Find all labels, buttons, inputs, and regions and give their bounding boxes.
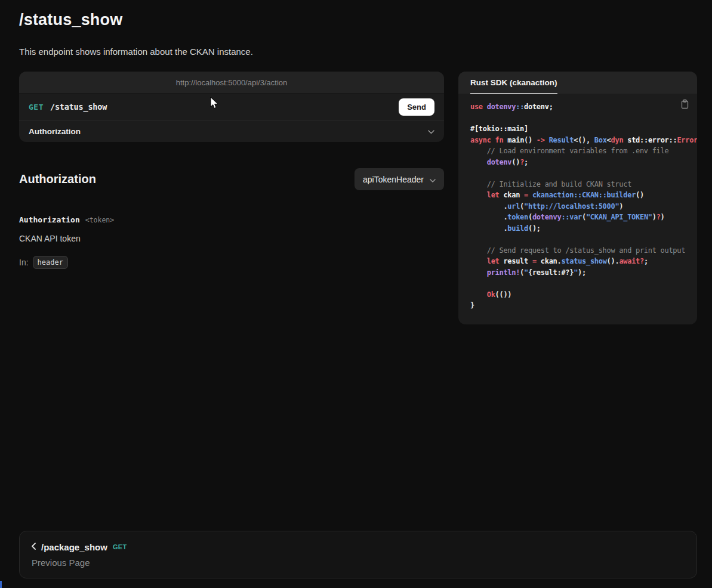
- base-url: http://localhost:5000/api/3/action: [19, 72, 444, 94]
- authorization-row-label: Authorization: [29, 127, 81, 136]
- previous-page-card[interactable]: /package_show GET Previous Page: [19, 531, 697, 578]
- authorization-section-header: Authorization apiTokenHeader: [19, 168, 444, 190]
- content-row: http://localhost:5000/api/3/action GET /…: [19, 72, 697, 324]
- page-title: /status_show: [19, 11, 697, 29]
- code-sample-wrap: use dotenvy::dotenv; #[tokio::main]async…: [458, 94, 697, 324]
- auth-param-row: Authorization <token>: [19, 215, 444, 224]
- scroll-edge-indicator: [0, 581, 2, 588]
- in-label: In:: [19, 258, 29, 267]
- copy-clipboard-icon[interactable]: [680, 99, 689, 112]
- chevron-down-icon: [428, 127, 434, 136]
- chevron-down-icon: [430, 175, 436, 184]
- auth-scheme-dropdown[interactable]: apiTokenHeader: [355, 168, 444, 190]
- auth-param-type: <token>: [85, 216, 114, 224]
- previous-endpoint-path: /package_show: [41, 542, 107, 552]
- send-button[interactable]: Send: [399, 98, 434, 116]
- code-panel-header: Rust SDK (ckanaction): [458, 72, 697, 94]
- page: /status_show This endpoint shows informa…: [0, 0, 712, 588]
- authorization-heading: Authorization: [19, 172, 96, 186]
- http-method-label: GET: [29, 103, 44, 112]
- previous-endpoint-method: GET: [113, 543, 127, 550]
- request-card: http://localhost:5000/api/3/action GET /…: [19, 72, 444, 142]
- page-description: This endpoint shows information about th…: [19, 47, 697, 57]
- auth-scheme-selected-value: apiTokenHeader: [363, 175, 424, 184]
- main-column: http://localhost:5000/api/3/action GET /…: [19, 72, 444, 269]
- code-block: use dotenvy::dotenv; #[tokio::main]async…: [470, 101, 697, 311]
- in-value-badge: header: [33, 256, 68, 269]
- auth-param-description: CKAN API token: [19, 234, 444, 243]
- authorization-collapsible-row[interactable]: Authorization: [19, 120, 444, 142]
- endpoint-path-label: /status_show: [50, 102, 107, 112]
- request-row: GET /status_show Send: [19, 94, 444, 120]
- previous-page-label: Previous Page: [32, 558, 685, 568]
- code-sample-panel: Rust SDK (ckanaction) use dotenvy::doten…: [458, 72, 697, 324]
- tab-rust-sdk[interactable]: Rust SDK (ckanaction): [470, 72, 557, 94]
- chevron-left-icon: [32, 541, 36, 552]
- previous-endpoint-line: /package_show GET: [32, 541, 685, 552]
- auth-param-name: Authorization: [19, 215, 80, 224]
- auth-in-row: In: header: [19, 256, 444, 269]
